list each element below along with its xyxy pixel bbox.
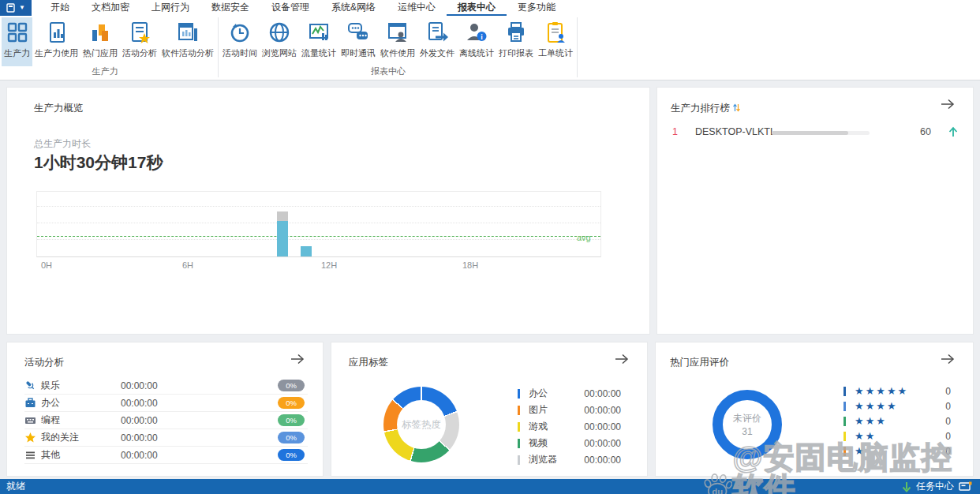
bar-segment-空闲: [277, 211, 288, 221]
star-icons: ★★★: [855, 416, 887, 426]
legend-tick: [518, 406, 520, 415]
toolbar-productivity-usage[interactable]: 生产力使用: [32, 17, 80, 66]
activity-row-entertainment[interactable]: 娱乐 00:00:00 0%: [24, 377, 308, 395]
star-icon: [24, 432, 36, 443]
menu-tab-system-network[interactable]: 系统&网络: [320, 0, 387, 16]
clipboard-user-icon: [544, 21, 567, 44]
panel-app-tags: 应用标签 标签热度 办公00:00:00 图片00:00:00 游戏00:00:…: [331, 342, 648, 477]
x-axis-tick: 0H: [41, 260, 52, 270]
toolbar-traffic-stats[interactable]: 流量统计: [299, 17, 339, 66]
bars-icon: [88, 21, 112, 44]
average-line-label: avg: [577, 233, 591, 242]
toolbar-productivity[interactable]: 生产力: [2, 17, 32, 66]
star-icons: ★: [855, 446, 866, 456]
toolbar-group-divider: [577, 17, 578, 77]
total-productivity-value: 1小时30分钟17秒: [34, 152, 163, 174]
go-to-app-tags-arrow-icon[interactable]: [614, 354, 630, 368]
legend-tick: [518, 455, 520, 465]
toolbar-activity-time[interactable]: 活动时间: [220, 17, 260, 66]
menu-tab-device-mgmt[interactable]: 设备管理: [260, 0, 320, 16]
tag-legend: 办公00:00:00 图片00:00:00 游戏00:00:00 视频00:00…: [518, 385, 621, 468]
percent-badge: 0%: [278, 380, 305, 391]
toolbar-offline-stats[interactable]: i 离线统计: [457, 17, 496, 66]
legend-tick: [843, 387, 846, 396]
unrated-donut-chart: 未评价 31: [713, 390, 782, 459]
tag-row-office: 办公00:00:00: [518, 385, 621, 402]
ranking-row[interactable]: 1 DESKTOP-VLKTL... 60: [657, 124, 973, 141]
rating-row-4-star: ★★★★0: [843, 399, 951, 414]
app-menu-button[interactable]: ▼: [0, 0, 32, 16]
microphone-icon: [24, 380, 36, 391]
list-icon: [24, 449, 36, 461]
bar-segment-未定义: [277, 221, 288, 256]
menu-tab-web-behavior[interactable]: 上网行为: [140, 0, 200, 16]
star-icons: ★★★★: [855, 401, 898, 411]
menu-tab-start[interactable]: 开始: [39, 0, 80, 16]
send-file-icon: [425, 21, 449, 44]
legend-tick: [518, 422, 520, 432]
dashboard-content: 生产力概览 总生产力时长 1小时30分钟17秒 avg 0H6H12H18H 高…: [0, 81, 980, 479]
bar-segment-未定义: [301, 246, 312, 256]
percent-badge: 0%: [278, 449, 305, 461]
activity-row-office[interactable]: 办公 00:00:00 0%: [24, 395, 308, 412]
activity-row-programming[interactable]: 编程 00:00:00 0%: [24, 412, 308, 429]
chevron-down-icon: ▼: [19, 5, 25, 11]
activity-row-other[interactable]: 其他 00:00:00 0%: [24, 447, 308, 464]
panel-title: 热门应用评价: [670, 356, 729, 369]
panel-hot-app-ratings: 热门应用评价 未评价 31 ★★★★★0 ★★★★0 ★★★0 ★★0 ★0: [655, 342, 974, 477]
panel-title: 生产力概览: [34, 102, 84, 115]
task-center-link[interactable]: 任务中心: [916, 480, 954, 493]
toolbar-hot-apps[interactable]: 热门应用: [80, 17, 120, 66]
donut-center-label: 未评价: [733, 412, 761, 425]
toolbar-activity-analysis[interactable]: 活动分析: [120, 17, 159, 66]
go-to-ranking-arrow-icon[interactable]: [940, 99, 956, 113]
monitor-icon[interactable]: [959, 481, 972, 492]
legend-tick: [518, 389, 520, 399]
menu-tab-doc-encrypt[interactable]: 文档加密: [80, 0, 140, 16]
rating-rows: ★★★★★0 ★★★★0 ★★★0 ★★0 ★0: [843, 384, 951, 458]
go-to-ratings-arrow-icon[interactable]: [940, 354, 956, 368]
x-axis-tick: 6H: [182, 260, 193, 270]
traffic-chart-icon: [307, 21, 331, 44]
menu-tabs: 开始 文档加密 上网行为 数据安全 设备管理 系统&网络 运维中心 报表中心 更…: [39, 0, 567, 16]
star-icons: ★★★★★: [855, 386, 908, 396]
rating-row-5-star: ★★★★★0: [843, 384, 951, 399]
chat-icon: [346, 21, 370, 44]
legend-tick: [843, 432, 846, 441]
sort-icon[interactable]: [733, 103, 740, 112]
toolbar-outgoing-files[interactable]: 外发文件: [417, 17, 457, 66]
trend-up-icon: [948, 126, 958, 137]
toolbar-ticket-stats[interactable]: 工单统计: [536, 17, 575, 66]
activity-rows: 娱乐 00:00:00 0% 办公 00:00:00 0% 编程 00:00:0…: [24, 377, 308, 464]
panel-title: 活动分析: [24, 356, 64, 369]
window-icon: [6, 3, 17, 13]
menu-tab-report-center[interactable]: 报表中心: [447, 0, 507, 16]
panel-title: 生产力排行榜: [671, 102, 740, 115]
legend-tick: [518, 439, 520, 448]
legend-tick: [843, 447, 846, 456]
star-icons: ★★: [855, 431, 876, 441]
toolbar-print-report[interactable]: 打印报表: [496, 17, 536, 66]
go-to-activity-arrow-icon[interactable]: [290, 354, 305, 368]
computer-name: DESKTOP-VLKTL...: [695, 126, 784, 137]
menu-tab-more[interactable]: 更多功能: [507, 0, 567, 16]
grid-icon: [6, 21, 29, 44]
svg-text:i: i: [481, 33, 483, 41]
toolbar-software-activity[interactable]: 软件活动分析: [159, 17, 216, 66]
clock-icon: [228, 21, 252, 44]
donut-center-value: 31: [742, 426, 752, 437]
score-progress-fill: [772, 131, 848, 135]
percent-badge: 0%: [278, 397, 305, 409]
tag-row-pictures: 图片00:00:00: [518, 402, 621, 418]
menu-tab-ops-center[interactable]: 运维中心: [387, 0, 447, 16]
menu-tab-data-security[interactable]: 数据安全: [200, 0, 260, 16]
toolbar-browse-sites[interactable]: 浏览网站: [260, 17, 299, 66]
menu-bar: ▼ 开始 文档加密 上网行为 数据安全 设备管理 系统&网络 运维中心 报表中心…: [0, 0, 980, 16]
score-progress-bar: [772, 131, 870, 135]
legend-tick: [843, 402, 846, 411]
activity-row-my-focus[interactable]: 我的关注 00:00:00 0%: [24, 429, 308, 447]
total-productivity-label: 总生产力时长: [34, 137, 91, 151]
toolbar-software-usage[interactable]: 软件使用: [378, 17, 417, 66]
rating-row-2-star: ★★0: [843, 429, 951, 443]
toolbar-instant-messaging[interactable]: 即时通讯: [339, 17, 378, 66]
